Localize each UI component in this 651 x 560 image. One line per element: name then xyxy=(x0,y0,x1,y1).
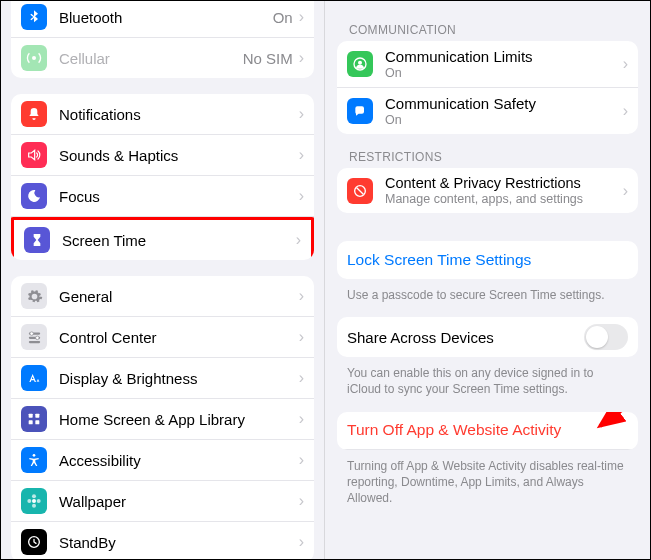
group-share: Share Across Devices xyxy=(337,317,638,357)
chevron-right-icon: › xyxy=(299,287,304,305)
sidebar-item-label: StandBy xyxy=(59,534,299,551)
settings-group-attention: Notifications › Sounds & Haptics › Focus… xyxy=(11,94,314,260)
group-lock: Lock Screen Time Settings xyxy=(337,241,638,279)
svg-rect-7 xyxy=(35,414,39,418)
svg-point-13 xyxy=(32,504,36,508)
svg-rect-8 xyxy=(29,420,33,424)
row-communication-limits[interactable]: Communication Limits On › xyxy=(337,41,638,88)
sidebar-item-label: Control Center xyxy=(59,329,299,346)
row-label: Content & Privacy Restrictions xyxy=(385,175,623,191)
sidebar-item-notifications[interactable]: Notifications › xyxy=(11,94,314,135)
row-sub: Manage content, apps, and settings xyxy=(385,192,623,206)
sidebar-item-bluetooth[interactable]: Bluetooth On › xyxy=(11,1,314,38)
svg-point-5 xyxy=(35,336,39,340)
svg-point-18 xyxy=(358,61,362,65)
chevron-right-icon: › xyxy=(299,328,304,346)
cellular-icon xyxy=(21,45,47,71)
sidebar-item-display[interactable]: Display & Brightness › xyxy=(11,358,314,399)
svg-point-11 xyxy=(32,499,36,503)
sidebar-item-label: Bluetooth xyxy=(59,9,273,26)
speaker-icon xyxy=(21,142,47,168)
sidebar-item-focus[interactable]: Focus › xyxy=(11,176,314,217)
clock-icon xyxy=(21,529,47,555)
group-communication: Communication Limits On › Communication … xyxy=(337,41,638,134)
svg-rect-3 xyxy=(28,341,39,343)
chevron-right-icon: › xyxy=(623,55,628,73)
svg-point-14 xyxy=(27,499,31,503)
row-communication-safety[interactable]: Communication Safety On › xyxy=(337,88,638,134)
sidebar-item-sounds[interactable]: Sounds & Haptics › xyxy=(11,135,314,176)
chevron-right-icon: › xyxy=(299,49,304,67)
sidebar-item-label: Display & Brightness xyxy=(59,370,299,387)
row-label: Communication Limits xyxy=(385,48,623,65)
hourglass-icon xyxy=(24,227,50,253)
chevron-right-icon: › xyxy=(299,146,304,164)
bluetooth-icon xyxy=(21,4,47,30)
group-turnoff: Turn Off App & Website Activity xyxy=(337,412,638,450)
chevron-right-icon: › xyxy=(299,105,304,123)
chevron-right-icon: › xyxy=(299,187,304,205)
bell-icon xyxy=(21,101,47,127)
svg-point-12 xyxy=(32,494,36,498)
svg-point-4 xyxy=(29,331,33,335)
sidebar-item-label: Cellular xyxy=(59,50,243,67)
text-size-icon xyxy=(21,365,47,391)
footer-lock: Use a passcode to secure Screen Time set… xyxy=(347,287,628,303)
settings-group-connectivity: Bluetooth On › Cellular No SIM › xyxy=(11,1,314,78)
link-label: Lock Screen Time Settings xyxy=(347,251,628,269)
sidebar-item-label: Notifications xyxy=(59,106,299,123)
sidebar-item-accessibility[interactable]: Accessibility › xyxy=(11,440,314,481)
svg-line-20 xyxy=(357,187,364,194)
row-share-devices[interactable]: Share Across Devices xyxy=(337,317,638,357)
chat-bubble-icon xyxy=(347,98,373,124)
settings-group-system: General › Control Center › Display & Bri… xyxy=(11,276,314,559)
chevron-right-icon: › xyxy=(299,492,304,510)
sidebar-item-wallpaper[interactable]: Wallpaper › xyxy=(11,481,314,522)
sidebar-item-control-center[interactable]: Control Center › xyxy=(11,317,314,358)
svg-rect-9 xyxy=(35,420,39,424)
section-header-restrictions: Restrictions xyxy=(349,150,626,164)
row-lock-settings[interactable]: Lock Screen Time Settings xyxy=(337,241,638,279)
link-label: Turn Off App & Website Activity xyxy=(347,421,628,439)
chevron-right-icon: › xyxy=(623,182,628,200)
sidebar-item-value: On xyxy=(273,9,293,26)
row-content-privacy[interactable]: Content & Privacy Restrictions Manage co… xyxy=(337,168,638,213)
chevron-right-icon: › xyxy=(299,451,304,469)
toggle-share-devices[interactable] xyxy=(584,324,628,350)
settings-sidebar: Bluetooth On › Cellular No SIM › Notific… xyxy=(1,1,325,559)
sidebar-item-label: Screen Time xyxy=(62,232,296,249)
no-entry-icon xyxy=(347,178,373,204)
flower-icon xyxy=(21,488,47,514)
sidebar-item-label: Accessibility xyxy=(59,452,299,469)
chevron-right-icon: › xyxy=(623,102,628,120)
chevron-right-icon: › xyxy=(299,369,304,387)
screen-time-detail: Communication Communication Limits On › … xyxy=(325,1,650,559)
svg-point-15 xyxy=(37,499,41,503)
row-label: Communication Safety xyxy=(385,95,623,112)
svg-point-0 xyxy=(32,56,36,60)
sidebar-item-cellular[interactable]: Cellular No SIM › xyxy=(11,38,314,78)
sliders-icon xyxy=(21,324,47,350)
row-turn-off-activity[interactable]: Turn Off App & Website Activity xyxy=(337,412,638,450)
group-restrictions: Content & Privacy Restrictions Manage co… xyxy=(337,168,638,213)
sidebar-item-screen-time[interactable]: Screen Time › xyxy=(11,217,314,260)
sidebar-item-home-screen[interactable]: Home Screen & App Library › xyxy=(11,399,314,440)
moon-icon xyxy=(21,183,47,209)
footer-share: You can enable this on any device signed… xyxy=(347,365,628,397)
svg-rect-6 xyxy=(29,414,33,418)
gear-icon xyxy=(21,283,47,309)
footer-turnoff: Turning off App & Website Activity disab… xyxy=(347,458,628,507)
row-sub: On xyxy=(385,113,623,127)
person-circle-icon xyxy=(347,51,373,77)
chevron-right-icon: › xyxy=(299,533,304,551)
chevron-right-icon: › xyxy=(296,231,301,249)
section-header-communication: Communication xyxy=(349,23,626,37)
sidebar-item-label: Sounds & Haptics xyxy=(59,147,299,164)
sidebar-item-label: General xyxy=(59,288,299,305)
svg-point-10 xyxy=(33,454,36,457)
chevron-right-icon: › xyxy=(299,410,304,428)
sidebar-item-general[interactable]: General › xyxy=(11,276,314,317)
chevron-right-icon: › xyxy=(299,8,304,26)
sidebar-item-standby[interactable]: StandBy › xyxy=(11,522,314,559)
row-sub: On xyxy=(385,66,623,80)
